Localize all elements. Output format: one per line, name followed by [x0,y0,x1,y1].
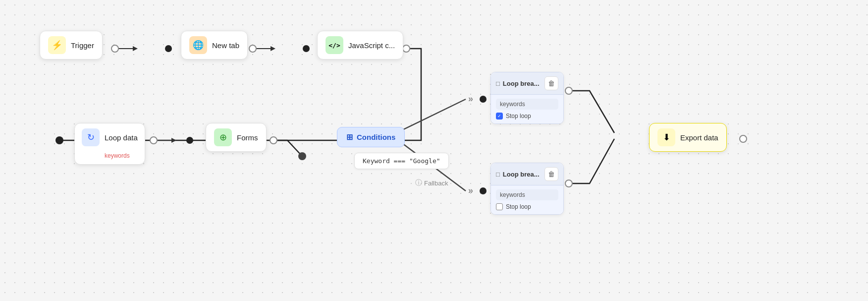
loop-break-top-body: keywords Stop loop [491,95,563,123]
export-data-node[interactable]: ⬇ Export data [649,123,727,152]
loop-break-bottom-header: □ Loop brea... 🗑 [491,163,563,185]
loop-break-top-keyword: keywords [496,99,558,110]
trigger-label: Trigger [71,41,94,50]
loop-break-bottom-card[interactable]: □ Loop brea... 🗑 keywords Stop loop [490,163,564,215]
loop-break-top-delete-button[interactable]: 🗑 [544,76,558,90]
new-tab-label: New tab [212,41,239,50]
svg-point-17 [565,180,572,187]
loop-data-icon: ↻ [82,128,100,146]
loop-data-node[interactable]: ↻ Loop data keywords [74,123,145,165]
export-data-label: Export data [680,133,718,142]
loop-data-label: Loop data [105,133,138,142]
svg-point-8 [403,45,410,52]
svg-text:»: » [468,185,473,195]
loop-break-bottom-keyword: keywords [496,189,558,200]
loop-break-bottom-square-icon: □ [496,171,500,178]
loop-data-sublabel: keywords [105,152,130,159]
info-icon: ⓘ [415,179,422,187]
forms-node[interactable]: ⊕ Forms [206,123,267,152]
javascript-node[interactable]: </> JavaScript c... [317,31,403,60]
svg-point-16 [565,87,572,94]
svg-point-15 [298,152,306,160]
keyword-condition-card: Keyword === "Google" [354,153,449,169]
new-tab-icon: 🌐 [189,36,207,54]
loop-break-bottom-title: Loop brea... [503,171,540,178]
svg-point-13 [186,137,193,144]
loop-break-bottom-stop-row: Stop loop [496,203,558,210]
conditions-icon: ⊞ [346,132,353,142]
loop-break-top-card[interactable]: □ Loop brea... 🗑 keywords Stop loop [490,72,564,124]
svg-marker-11 [171,138,176,143]
svg-marker-5 [271,46,275,51]
svg-point-9 [55,136,63,144]
trigger-node[interactable]: ⚡ Trigger [40,31,103,60]
forms-label: Forms [237,133,258,142]
svg-point-2 [111,45,118,52]
svg-point-7 [303,45,310,52]
loop-break-top-stop-row: Stop loop [496,113,558,120]
svg-point-6 [249,45,256,52]
forms-icon: ⊕ [214,128,232,146]
loop-break-top-header: □ Loop brea... 🗑 [491,72,563,95]
trigger-icon: ⚡ [48,36,66,54]
loop-break-top-square-icon: □ [496,80,500,87]
svg-point-12 [150,137,157,144]
svg-text:»: » [468,94,473,104]
svg-point-20 [480,96,487,103]
loop-break-bottom-body: keywords Stop loop [491,185,563,214]
conditions-label: Conditions [357,133,395,141]
svg-point-14 [270,137,277,144]
loop-break-top-stop-label: Stop loop [506,113,531,120]
conditions-node[interactable]: ⊞ Conditions [337,127,405,147]
svg-marker-1 [133,46,138,51]
new-tab-node[interactable]: 🌐 New tab [181,31,248,60]
export-data-icon: ⬇ [657,128,675,146]
loop-break-bottom-stop-label: Stop loop [506,203,531,210]
keyword-condition-text: Keyword === "Google" [363,157,440,165]
loop-break-bottom-delete-button[interactable]: 🗑 [544,167,558,181]
loop-break-top-checkbox[interactable] [496,113,503,120]
javascript-label: JavaScript c... [348,41,395,50]
fallback-label: ⓘ Fallback [415,179,448,187]
svg-point-18 [740,135,747,142]
svg-point-3 [165,45,172,52]
loop-break-bottom-checkbox[interactable] [496,203,503,210]
javascript-icon: </> [326,36,343,54]
svg-point-22 [480,187,487,194]
loop-break-top-title: Loop brea... [503,80,540,87]
